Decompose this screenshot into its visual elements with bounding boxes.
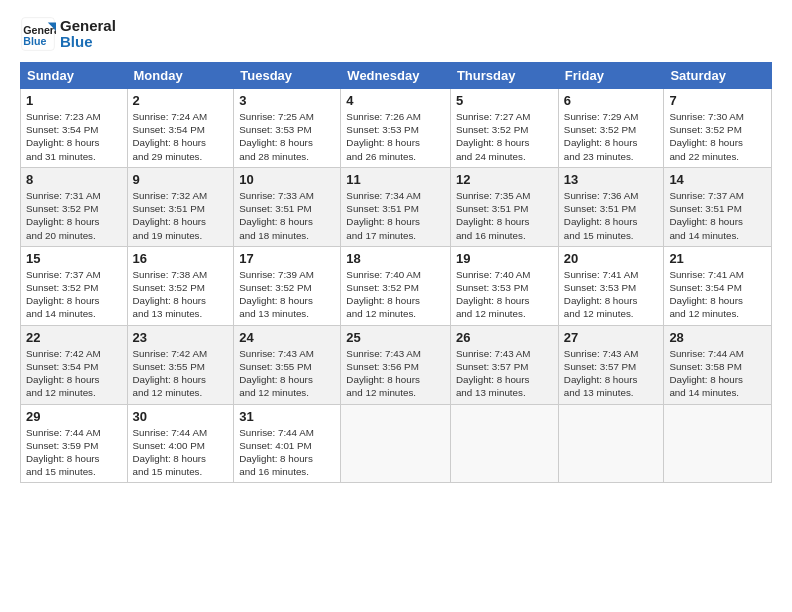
day-number: 23 — [133, 330, 229, 345]
calendar-cell: 19 Sunrise: 7:40 AM Sunset: 3:53 PM Dayl… — [450, 246, 558, 325]
day-number: 11 — [346, 172, 445, 187]
calendar-cell: 6 Sunrise: 7:29 AM Sunset: 3:52 PM Dayli… — [558, 89, 664, 168]
day-detail: Sunrise: 7:43 AM Sunset: 3:57 PM Dayligh… — [564, 347, 659, 400]
calendar-cell — [664, 404, 772, 483]
day-number: 10 — [239, 172, 335, 187]
day-detail: Sunrise: 7:42 AM Sunset: 3:55 PM Dayligh… — [133, 347, 229, 400]
calendar-week-row: 29 Sunrise: 7:44 AM Sunset: 3:59 PM Dayl… — [21, 404, 772, 483]
day-detail: Sunrise: 7:29 AM Sunset: 3:52 PM Dayligh… — [564, 110, 659, 163]
day-detail: Sunrise: 7:40 AM Sunset: 3:53 PM Dayligh… — [456, 268, 553, 321]
calendar-header-cell: Sunday — [21, 63, 128, 89]
calendar-cell: 7 Sunrise: 7:30 AM Sunset: 3:52 PM Dayli… — [664, 89, 772, 168]
day-number: 3 — [239, 93, 335, 108]
logo-blue: Blue — [60, 34, 116, 51]
day-number: 20 — [564, 251, 659, 266]
day-number: 19 — [456, 251, 553, 266]
day-number: 14 — [669, 172, 766, 187]
calendar-cell: 11 Sunrise: 7:34 AM Sunset: 3:51 PM Dayl… — [341, 167, 451, 246]
calendar-cell: 24 Sunrise: 7:43 AM Sunset: 3:55 PM Dayl… — [234, 325, 341, 404]
day-number: 5 — [456, 93, 553, 108]
day-detail: Sunrise: 7:25 AM Sunset: 3:53 PM Dayligh… — [239, 110, 335, 163]
page: General Blue General Blue SundayMondayTu… — [0, 0, 792, 612]
day-detail: Sunrise: 7:42 AM Sunset: 3:54 PM Dayligh… — [26, 347, 122, 400]
day-number: 16 — [133, 251, 229, 266]
day-detail: Sunrise: 7:30 AM Sunset: 3:52 PM Dayligh… — [669, 110, 766, 163]
calendar-cell: 26 Sunrise: 7:43 AM Sunset: 3:57 PM Dayl… — [450, 325, 558, 404]
day-number: 28 — [669, 330, 766, 345]
day-detail: Sunrise: 7:38 AM Sunset: 3:52 PM Dayligh… — [133, 268, 229, 321]
day-detail: Sunrise: 7:37 AM Sunset: 3:51 PM Dayligh… — [669, 189, 766, 242]
calendar-cell: 18 Sunrise: 7:40 AM Sunset: 3:52 PM Dayl… — [341, 246, 451, 325]
calendar-cell: 16 Sunrise: 7:38 AM Sunset: 3:52 PM Dayl… — [127, 246, 234, 325]
day-detail: Sunrise: 7:24 AM Sunset: 3:54 PM Dayligh… — [133, 110, 229, 163]
header: General Blue General Blue — [20, 16, 772, 52]
day-detail: Sunrise: 7:41 AM Sunset: 3:54 PM Dayligh… — [669, 268, 766, 321]
calendar-week-row: 1 Sunrise: 7:23 AM Sunset: 3:54 PM Dayli… — [21, 89, 772, 168]
calendar-cell: 3 Sunrise: 7:25 AM Sunset: 3:53 PM Dayli… — [234, 89, 341, 168]
day-number: 9 — [133, 172, 229, 187]
day-detail: Sunrise: 7:44 AM Sunset: 3:59 PM Dayligh… — [26, 426, 122, 479]
calendar-cell: 4 Sunrise: 7:26 AM Sunset: 3:53 PM Dayli… — [341, 89, 451, 168]
day-detail: Sunrise: 7:44 AM Sunset: 4:01 PM Dayligh… — [239, 426, 335, 479]
calendar-cell: 25 Sunrise: 7:43 AM Sunset: 3:56 PM Dayl… — [341, 325, 451, 404]
day-number: 1 — [26, 93, 122, 108]
day-number: 25 — [346, 330, 445, 345]
day-number: 22 — [26, 330, 122, 345]
calendar-cell: 13 Sunrise: 7:36 AM Sunset: 3:51 PM Dayl… — [558, 167, 664, 246]
day-number: 27 — [564, 330, 659, 345]
calendar-cell — [450, 404, 558, 483]
day-detail: Sunrise: 7:44 AM Sunset: 4:00 PM Dayligh… — [133, 426, 229, 479]
day-number: 6 — [564, 93, 659, 108]
day-number: 31 — [239, 409, 335, 424]
calendar-week-row: 22 Sunrise: 7:42 AM Sunset: 3:54 PM Dayl… — [21, 325, 772, 404]
calendar-cell: 23 Sunrise: 7:42 AM Sunset: 3:55 PM Dayl… — [127, 325, 234, 404]
day-number: 8 — [26, 172, 122, 187]
day-number: 18 — [346, 251, 445, 266]
calendar-table: SundayMondayTuesdayWednesdayThursdayFrid… — [20, 62, 772, 483]
calendar-cell: 2 Sunrise: 7:24 AM Sunset: 3:54 PM Dayli… — [127, 89, 234, 168]
logo-general: General — [60, 18, 116, 35]
day-detail: Sunrise: 7:40 AM Sunset: 3:52 PM Dayligh… — [346, 268, 445, 321]
calendar-cell: 20 Sunrise: 7:41 AM Sunset: 3:53 PM Dayl… — [558, 246, 664, 325]
day-detail: Sunrise: 7:43 AM Sunset: 3:56 PM Dayligh… — [346, 347, 445, 400]
calendar-cell: 10 Sunrise: 7:33 AM Sunset: 3:51 PM Dayl… — [234, 167, 341, 246]
calendar-body: 1 Sunrise: 7:23 AM Sunset: 3:54 PM Dayli… — [21, 89, 772, 483]
day-number: 30 — [133, 409, 229, 424]
calendar-week-row: 15 Sunrise: 7:37 AM Sunset: 3:52 PM Dayl… — [21, 246, 772, 325]
calendar-header-cell: Friday — [558, 63, 664, 89]
calendar-cell — [558, 404, 664, 483]
day-detail: Sunrise: 7:37 AM Sunset: 3:52 PM Dayligh… — [26, 268, 122, 321]
day-detail: Sunrise: 7:32 AM Sunset: 3:51 PM Dayligh… — [133, 189, 229, 242]
calendar-cell: 9 Sunrise: 7:32 AM Sunset: 3:51 PM Dayli… — [127, 167, 234, 246]
calendar-cell: 30 Sunrise: 7:44 AM Sunset: 4:00 PM Dayl… — [127, 404, 234, 483]
day-number: 4 — [346, 93, 445, 108]
calendar-cell: 1 Sunrise: 7:23 AM Sunset: 3:54 PM Dayli… — [21, 89, 128, 168]
day-number: 15 — [26, 251, 122, 266]
calendar-cell: 5 Sunrise: 7:27 AM Sunset: 3:52 PM Dayli… — [450, 89, 558, 168]
generalblue-logo-icon: General Blue — [20, 16, 56, 52]
day-number: 24 — [239, 330, 335, 345]
day-detail: Sunrise: 7:35 AM Sunset: 3:51 PM Dayligh… — [456, 189, 553, 242]
calendar-week-row: 8 Sunrise: 7:31 AM Sunset: 3:52 PM Dayli… — [21, 167, 772, 246]
day-number: 7 — [669, 93, 766, 108]
calendar-header-cell: Tuesday — [234, 63, 341, 89]
calendar-cell: 17 Sunrise: 7:39 AM Sunset: 3:52 PM Dayl… — [234, 246, 341, 325]
day-detail: Sunrise: 7:27 AM Sunset: 3:52 PM Dayligh… — [456, 110, 553, 163]
logo: General Blue General Blue — [20, 16, 116, 52]
calendar-header-row: SundayMondayTuesdayWednesdayThursdayFrid… — [21, 63, 772, 89]
svg-text:Blue: Blue — [23, 35, 46, 47]
calendar-cell: 31 Sunrise: 7:44 AM Sunset: 4:01 PM Dayl… — [234, 404, 341, 483]
day-detail: Sunrise: 7:36 AM Sunset: 3:51 PM Dayligh… — [564, 189, 659, 242]
calendar-cell: 28 Sunrise: 7:44 AM Sunset: 3:58 PM Dayl… — [664, 325, 772, 404]
day-number: 12 — [456, 172, 553, 187]
calendar-cell: 15 Sunrise: 7:37 AM Sunset: 3:52 PM Dayl… — [21, 246, 128, 325]
calendar-header-cell: Wednesday — [341, 63, 451, 89]
calendar-cell: 27 Sunrise: 7:43 AM Sunset: 3:57 PM Dayl… — [558, 325, 664, 404]
calendar-header-cell: Thursday — [450, 63, 558, 89]
day-number: 21 — [669, 251, 766, 266]
day-detail: Sunrise: 7:41 AM Sunset: 3:53 PM Dayligh… — [564, 268, 659, 321]
day-number: 26 — [456, 330, 553, 345]
day-detail: Sunrise: 7:43 AM Sunset: 3:57 PM Dayligh… — [456, 347, 553, 400]
calendar-cell: 14 Sunrise: 7:37 AM Sunset: 3:51 PM Dayl… — [664, 167, 772, 246]
calendar-cell: 12 Sunrise: 7:35 AM Sunset: 3:51 PM Dayl… — [450, 167, 558, 246]
